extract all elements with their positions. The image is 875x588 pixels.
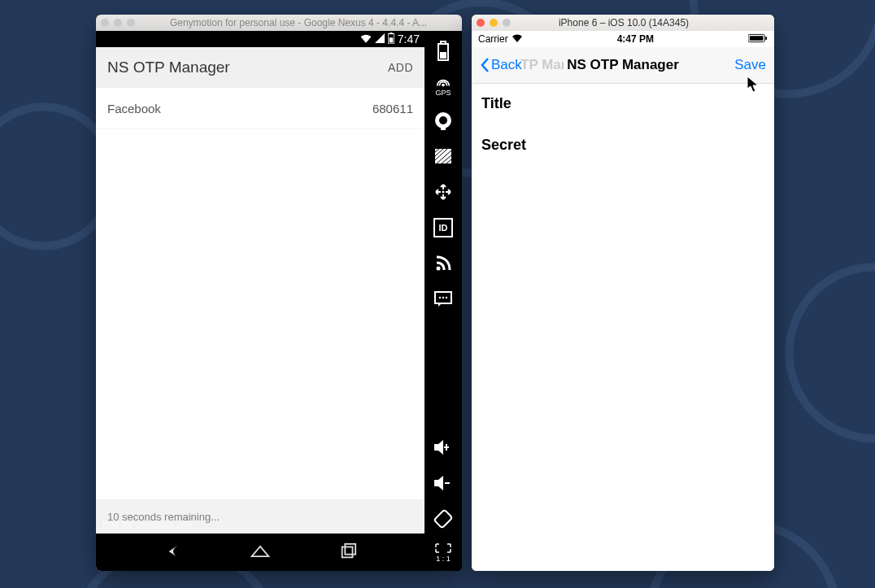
status-time: 7:47 bbox=[398, 33, 420, 46]
remote-widget-icon[interactable] bbox=[431, 180, 455, 204]
window-close-icon[interactable] bbox=[101, 19, 109, 27]
window-close-icon[interactable] bbox=[477, 19, 485, 27]
ios-form: Title Secret bbox=[472, 84, 774, 571]
android-app-bar: NS OTP Manager ADD bbox=[96, 47, 424, 88]
svg-point-10 bbox=[439, 116, 447, 124]
ios-simulator-window: iPhone 6 – iOS 10.0 (14A345) Carrier 4:4… bbox=[472, 15, 774, 571]
title-field-label[interactable]: Title bbox=[481, 95, 764, 112]
capture-widget-icon[interactable] bbox=[431, 144, 455, 168]
svg-rect-22 bbox=[750, 36, 764, 41]
gps-label: GPS bbox=[434, 89, 452, 97]
genymotion-sidebar: GPS ID bbox=[424, 31, 462, 571]
secret-field-label[interactable]: Secret bbox=[481, 137, 764, 154]
recents-icon[interactable] bbox=[339, 542, 357, 562]
back-button[interactable]: Back bbox=[480, 57, 522, 73]
battery-icon bbox=[748, 33, 768, 46]
list-item-title: Facebook bbox=[107, 102, 161, 115]
ios-nav-bar: TP Man NS OTP Manager Back Save bbox=[472, 47, 774, 84]
android-emulator-window: Genymotion for personal use - Google Nex… bbox=[96, 15, 462, 571]
battery-icon bbox=[388, 33, 394, 46]
android-status-bar: 7:47 bbox=[96, 31, 424, 47]
rotate-widget-icon[interactable] bbox=[431, 507, 455, 531]
svg-point-18 bbox=[442, 297, 444, 298]
id-label: ID bbox=[439, 224, 448, 233]
svg-rect-11 bbox=[441, 127, 446, 130]
status-time: 4:47 PM bbox=[523, 33, 748, 45]
svg-rect-7 bbox=[440, 52, 446, 59]
carrier-label: Carrier bbox=[478, 33, 508, 45]
window-zoom-icon[interactable] bbox=[503, 19, 511, 27]
countdown-text: 10 seconds remaining... bbox=[107, 511, 220, 523]
volume-up-icon[interactable] bbox=[431, 435, 455, 460]
svg-point-13 bbox=[442, 191, 445, 194]
svg-rect-3 bbox=[342, 547, 352, 558]
ios-status-bar: Carrier 4:47 PM bbox=[472, 31, 774, 47]
wifi-icon bbox=[360, 33, 372, 46]
svg-point-19 bbox=[446, 297, 447, 298]
ios-window-title: iPhone 6 – iOS 10.0 (14A345) bbox=[516, 17, 732, 28]
svg-rect-6 bbox=[441, 41, 446, 44]
otp-list[interactable]: Facebook 680611 bbox=[96, 88, 424, 499]
svg-rect-1 bbox=[390, 33, 392, 34]
ratio-label: 1 : 1 bbox=[434, 555, 452, 563]
volume-down-icon[interactable] bbox=[431, 471, 455, 495]
add-button[interactable]: ADD bbox=[388, 61, 413, 74]
wifi-icon bbox=[512, 33, 523, 45]
svg-rect-20 bbox=[434, 510, 453, 529]
android-window-titlebar[interactable]: Genymotion for personal use - Google Nex… bbox=[96, 15, 462, 31]
android-window-title: Genymotion for personal use - Google Nex… bbox=[140, 17, 457, 28]
window-zoom-icon[interactable] bbox=[127, 19, 135, 27]
save-button[interactable]: Save bbox=[734, 57, 766, 73]
android-device-screen: 7:47 NS OTP Manager ADD Facebook 680611 … bbox=[96, 31, 424, 571]
battery-widget-icon[interactable] bbox=[431, 39, 455, 63]
svg-rect-23 bbox=[765, 37, 767, 40]
window-minimize-icon[interactable] bbox=[490, 19, 498, 27]
camera-widget-icon[interactable] bbox=[431, 108, 455, 133]
identifier-widget-icon[interactable]: ID bbox=[431, 216, 455, 240]
gps-widget-icon[interactable]: GPS bbox=[434, 75, 452, 97]
android-emulator-body: 7:47 NS OTP Manager ADD Facebook 680611 … bbox=[96, 31, 462, 571]
app-title: NS OTP Manager bbox=[107, 59, 230, 76]
android-nav-bar bbox=[96, 534, 424, 571]
home-icon[interactable] bbox=[250, 542, 271, 562]
back-icon[interactable] bbox=[164, 542, 182, 562]
sms-widget-icon[interactable] bbox=[431, 287, 455, 311]
svg-rect-2 bbox=[389, 37, 393, 42]
pixel-ratio-widget-icon[interactable]: 1 : 1 bbox=[434, 542, 452, 563]
window-minimize-icon[interactable] bbox=[114, 19, 122, 27]
svg-point-15 bbox=[437, 267, 441, 271]
network-widget-icon[interactable] bbox=[431, 251, 455, 276]
signal-icon bbox=[375, 33, 385, 46]
list-item[interactable]: Facebook 680611 bbox=[96, 88, 424, 129]
svg-point-17 bbox=[439, 297, 441, 298]
list-item-code: 680611 bbox=[372, 102, 413, 115]
back-label: Back bbox=[491, 57, 522, 73]
svg-point-8 bbox=[442, 84, 445, 87]
countdown-footer: 10 seconds remaining... bbox=[96, 499, 424, 534]
ios-window-titlebar[interactable]: iPhone 6 – iOS 10.0 (14A345) bbox=[472, 15, 774, 31]
svg-rect-4 bbox=[345, 544, 355, 555]
